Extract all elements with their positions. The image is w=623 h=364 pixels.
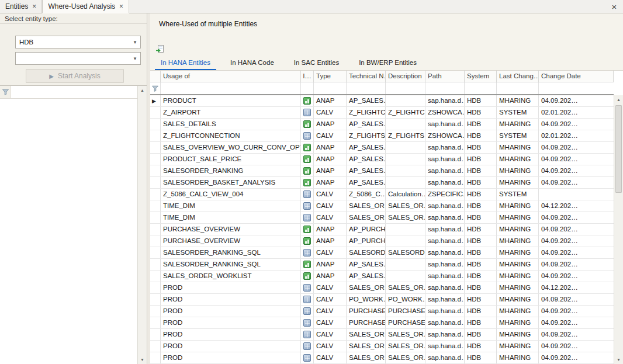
filter-cell-last-changed[interactable] — [497, 82, 539, 94]
filter-cell-system[interactable] — [465, 82, 497, 94]
cell-last-changed: MHARING — [497, 200, 539, 212]
col-icon[interactable]: I… — [301, 71, 314, 82]
close-icon[interactable]: × — [605, 0, 623, 13]
table-row[interactable]: PROD CALV SALES_OR… SALES_OR… sap.hana.d… — [150, 329, 614, 341]
table-row[interactable]: SALESORDER_RANKING_SQL CALV SALESORD… SA… — [150, 247, 614, 259]
scroll-down-icon[interactable]: ▼ — [138, 355, 147, 364]
cell-type: CALV — [314, 329, 347, 340]
cell-type: ANAP — [314, 119, 347, 130]
cell-usage-of: PRODUCT — [161, 95, 301, 106]
col-system[interactable]: System — [465, 71, 497, 82]
export-to-excel-button[interactable] — [154, 44, 166, 54]
tab-in-hana-code[interactable]: In HANA Code — [224, 57, 280, 70]
row-indicator — [150, 154, 161, 165]
table-row[interactable]: SALESORDER_BASKET_ANALYSIS ANAP AP_SALES… — [150, 177, 614, 189]
cell-system: HDB — [465, 271, 497, 282]
cell-last-changed: MHARING — [497, 306, 539, 317]
filter-funnel-icon[interactable] — [150, 82, 161, 94]
filter-cell-usage-of[interactable] — [161, 82, 301, 94]
cell-technical-name: Z_FLIGHTS — [347, 130, 386, 141]
table-row[interactable]: Z_5086_CALC_VIEW_004 CALV Z_5086_C… Calc… — [150, 189, 614, 200]
cell-technical-name: SALES_OR… — [347, 282, 386, 293]
chevron-down-icon[interactable]: ▾ — [130, 39, 140, 45]
filter-cell-path[interactable] — [425, 82, 465, 94]
row-indicator — [150, 235, 161, 247]
table-row[interactable]: SALES_ORDER_WORKLIST ANAP AP_SALES… sap.… — [150, 271, 614, 282]
table-row[interactable]: SALES_DETAILS ANAP AP_SALES… sap.hana.d…… — [150, 119, 614, 130]
table-row[interactable]: TIME_DIM CALV SALES_OR… SALES_OR… sap.ha… — [150, 212, 614, 224]
cell-system: HDB — [465, 95, 497, 106]
filter-funnel-icon[interactable] — [0, 86, 11, 98]
table-row[interactable]: PROD CALV PURCHASE… PURCHASE… sap.hana.d… — [150, 306, 614, 317]
col-type[interactable]: Type — [314, 71, 347, 82]
scroll-down-icon[interactable]: ▼ — [614, 355, 623, 364]
col-change-date[interactable]: Change Date — [539, 71, 614, 82]
tab-close-icon[interactable]: × — [119, 4, 123, 9]
table-row[interactable]: PROD CALV PURCHASE… PURCHASE… sap.hana.d… — [150, 317, 614, 329]
table-row[interactable]: SALESORDER_RANKING_SQL ANAP AP_SALES… sa… — [150, 259, 614, 271]
scrollbar-thumb[interactable] — [615, 105, 622, 193]
scroll-up-icon[interactable]: ▲ — [614, 95, 623, 104]
tab-in-bw-erp-entities[interactable]: In BW/ERP Entities — [353, 57, 423, 70]
cell-system: HDB — [465, 306, 497, 317]
entity-list-body[interactable] — [0, 99, 137, 364]
entity-name-dropdown[interactable]: ▾ — [15, 52, 141, 65]
col-last-changed[interactable]: Last Chang… — [497, 71, 539, 82]
cell-description — [386, 142, 425, 153]
export-icon — [155, 44, 165, 54]
table-row[interactable]: ▶ PRODUCT ANAP AP_SALES… sap.hana.d… HDB — [150, 95, 614, 107]
tab-where-used-analysis[interactable]: Where-Used Analysis × — [42, 0, 129, 13]
cell-technical-name: SALES_OR… — [347, 352, 386, 363]
cell-type: CALV — [314, 247, 347, 258]
table-row[interactable]: PURCHASE_OVERVIEW ANAP AP_PURCH… sap.han… — [150, 224, 614, 235]
cell-type: CALV — [314, 294, 347, 305]
cell-technical-name: AP_SALES… — [347, 259, 386, 270]
table-row[interactable]: SALES_OVERVIEW_WO_CURR_CONV_OPT ANAP AP_… — [150, 142, 614, 154]
chevron-down-icon[interactable]: ▾ — [130, 56, 140, 61]
table-row[interactable]: PURCHASE_OVERVIEW ANAP AP_PURCH… sap.han… — [150, 235, 614, 247]
entity-list-filter-field[interactable] — [11, 86, 137, 98]
tab-entities[interactable]: Entities × — [0, 0, 42, 13]
entity-type-icon — [303, 97, 311, 105]
scrollbar[interactable]: ▲ ▼ — [614, 95, 623, 364]
col-description[interactable]: Description — [386, 71, 425, 82]
entity-type-dropdown[interactable]: HDB ▾ — [15, 36, 141, 48]
table-row[interactable]: PROD CALV SALES_OR… SALES_OR… sap.hana.d… — [150, 282, 614, 294]
table-row[interactable]: SALESORDER_RANKING ANAP AP_SALES… sap.ha… — [150, 165, 614, 177]
tab-in-hana-entities[interactable]: In HANA Entities — [155, 57, 216, 70]
cell-path: sap.hana.d… — [425, 306, 465, 317]
tab-close-icon[interactable]: × — [32, 4, 36, 9]
filter-cell-technical-name[interactable] — [347, 82, 386, 94]
col-usage-of[interactable]: Usage of — [161, 71, 301, 82]
cell-type: CALV — [314, 130, 347, 141]
table-row[interactable]: PRODUCT_SALE_PRICE ANAP AP_SALES… sap.ha… — [150, 154, 614, 165]
start-analysis-button[interactable]: ▶ Start Analysis — [26, 69, 124, 83]
cell-type: CALV — [314, 341, 347, 352]
filter-cell-type[interactable] — [314, 82, 347, 94]
scrollbar[interactable]: ▲ ▼ — [137, 86, 147, 364]
cell-description: SALES_OR… — [386, 329, 425, 340]
scrollbar-track[interactable] — [138, 95, 147, 355]
cell-technical-name: PO_WORK… — [347, 294, 386, 305]
filter-cell-change-date[interactable] — [539, 82, 614, 94]
cell-description: PURCHASE… — [386, 317, 425, 328]
cell-last-changed: MHARING — [497, 235, 539, 247]
filter-cell-description[interactable] — [386, 82, 425, 94]
cell-last-changed: MHARING — [497, 341, 539, 352]
table-row[interactable]: TIME_DIM CALV SALES_OR… SALES_OR… sap.ha… — [150, 200, 614, 212]
cell-path: sap.hana.d… — [425, 165, 465, 176]
table-row[interactable]: Z_FLIGHTCONNECTION CALV Z_FLIGHTS Z_FLIG… — [150, 130, 614, 142]
table-row[interactable]: PROD CALV PO_WORK… PO_WORK… sap.hana.d… … — [150, 294, 614, 306]
cell-last-changed: MHARING — [497, 282, 539, 293]
col-path[interactable]: Path — [425, 71, 465, 82]
tab-in-sac-entities[interactable]: In SAC Entities — [288, 57, 345, 70]
scrollbar-track[interactable] — [614, 104, 623, 355]
col-technical-name[interactable]: Technical N… — [347, 71, 386, 82]
table-row[interactable]: PROD CALV SALES_OR… SALES_OR… sap.hana.d… — [150, 341, 614, 352]
table-row[interactable]: PROD CALV SALES_OR… SALES_OR… sap.hana.d… — [150, 352, 614, 364]
entity-icon-cell — [301, 107, 314, 118]
scroll-up-icon[interactable]: ▲ — [138, 86, 147, 95]
table-row[interactable]: Z_AIRPORT CALV Z_FLIGHTC… Z_FLIGHTC… ZSH… — [150, 107, 614, 119]
cell-technical-name: AP_PURCH… — [347, 224, 386, 235]
filter-cell-icon[interactable] — [301, 82, 314, 94]
